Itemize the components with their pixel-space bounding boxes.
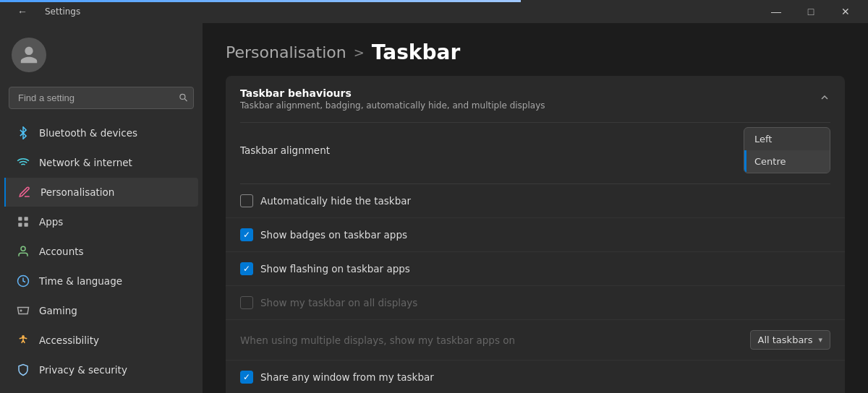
- bluetooth-icon: [16, 126, 30, 140]
- avatar: [12, 38, 46, 72]
- sidebar-item-accessibility[interactable]: Accessibility: [4, 326, 198, 355]
- setting-share-window: Share any window from my taskbar: [226, 360, 845, 393]
- auto-hide-checkbox[interactable]: [240, 194, 253, 207]
- minimize-button[interactable]: —: [760, 0, 793, 23]
- auto-hide-label: Automatically hide the taskbar: [240, 194, 411, 207]
- all-displays-checkbox: [240, 296, 253, 309]
- accessibility-icon: [16, 333, 30, 347]
- main-content: Personalisation > Taskbar Taskbar behavi…: [203, 23, 868, 393]
- time-icon: [16, 274, 30, 288]
- alignment-option-centre[interactable]: Centre: [744, 150, 830, 173]
- sidebar-item-network[interactable]: Network & internet: [4, 148, 198, 177]
- svg-rect-0: [18, 217, 22, 220]
- privacy-icon: [16, 363, 30, 377]
- share-window-checkbox[interactable]: [240, 371, 253, 384]
- multiple-displays-label: When using multiple displays, show my ta…: [240, 334, 515, 346]
- sidebar-item-label: Accessibility: [39, 334, 99, 346]
- title-bar: ← Settings — □ ✕: [0, 0, 868, 23]
- breadcrumb-separator: >: [354, 45, 365, 60]
- app-title: Settings: [45, 7, 80, 17]
- network-icon: [16, 155, 30, 170]
- taskbar-behaviours-card: Taskbar behaviours Taskbar alignment, ba…: [226, 76, 845, 393]
- sidebar-item-label: Network & internet: [39, 157, 132, 168]
- section-header[interactable]: Taskbar behaviours Taskbar alignment, ba…: [226, 76, 845, 122]
- chevron-down-icon: ▾: [818, 335, 822, 345]
- section-title: Taskbar behaviours: [240, 87, 545, 99]
- alignment-label: Taskbar alignment: [240, 144, 330, 156]
- setting-flashing: Show flashing on taskbar apps: [226, 252, 845, 286]
- sidebar-nav: Bluetooth & devices Network & internet: [0, 115, 203, 393]
- multiple-displays-dropdown[interactable]: All taskbars ▾: [750, 330, 830, 350]
- sidebar-item-accounts[interactable]: Accounts: [4, 237, 198, 266]
- back-button[interactable]: ←: [6, 0, 39, 23]
- user-section: [0, 23, 203, 84]
- flashing-label: Show flashing on taskbar apps: [240, 262, 410, 275]
- sidebar-item-label: Bluetooth & devices: [39, 127, 137, 139]
- accounts-icon: [16, 244, 30, 259]
- sidebar-item-label: Apps: [39, 216, 63, 228]
- progress-bar: [0, 0, 521, 2]
- setting-multiple-displays: When using multiple displays, show my ta…: [226, 320, 845, 360]
- badges-checkbox[interactable]: [240, 228, 253, 241]
- maximize-button[interactable]: □: [794, 0, 827, 23]
- sidebar-item-bluetooth[interactable]: Bluetooth & devices: [4, 118, 198, 147]
- section-header-text: Taskbar behaviours Taskbar alignment, ba…: [240, 87, 545, 111]
- all-displays-label: Show my taskbar on all displays: [240, 296, 417, 309]
- badges-label: Show badges on taskbar apps: [240, 228, 407, 241]
- taskbar-alignment-row: Taskbar alignment Left Centre: [226, 123, 845, 183]
- setting-badges: Show badges on taskbar apps: [226, 218, 845, 252]
- svg-rect-1: [25, 217, 28, 220]
- search-icon: [178, 92, 188, 104]
- sidebar-item-label: Privacy & security: [39, 364, 127, 376]
- section-subtitle: Taskbar alignment, badging, automaticall…: [240, 100, 545, 111]
- breadcrumb-parent[interactable]: Personalisation: [226, 43, 346, 61]
- sidebar-item-update[interactable]: Windows Update: [4, 385, 198, 393]
- gaming-icon: [16, 303, 30, 318]
- setting-all-displays: Show my taskbar on all displays: [226, 286, 845, 320]
- sidebar-item-apps[interactable]: Apps: [4, 207, 198, 236]
- alignment-dropdown-panel: Left Centre: [744, 127, 830, 173]
- personalisation-icon: [17, 185, 32, 199]
- flashing-checkbox[interactable]: [240, 262, 253, 275]
- sidebar-item-personalisation[interactable]: Personalisation: [4, 178, 198, 207]
- breadcrumb: Personalisation > Taskbar: [203, 23, 868, 76]
- search-input[interactable]: [9, 87, 194, 109]
- sidebar-item-label: Accounts: [39, 246, 84, 257]
- collapse-button[interactable]: [819, 92, 830, 106]
- title-bar-left: ← Settings: [6, 0, 80, 23]
- sidebar-item-label: Time & language: [39, 275, 122, 287]
- app-body: Bluetooth & devices Network & internet: [0, 23, 868, 393]
- window-controls: — □ ✕: [760, 0, 862, 23]
- alignment-option-left[interactable]: Left: [744, 128, 830, 150]
- close-button[interactable]: ✕: [829, 0, 862, 23]
- sidebar-item-privacy[interactable]: Privacy & security: [4, 355, 198, 384]
- setting-auto-hide: Automatically hide the taskbar: [226, 184, 845, 218]
- svg-rect-2: [18, 223, 22, 227]
- breadcrumb-current: Taskbar: [372, 40, 460, 64]
- sidebar: Bluetooth & devices Network & internet: [0, 23, 203, 393]
- sidebar-item-label: Personalisation: [41, 186, 114, 198]
- sidebar-item-time[interactable]: Time & language: [4, 267, 198, 295]
- search-box: [9, 87, 194, 109]
- sidebar-item-label: Gaming: [39, 305, 77, 316]
- svg-rect-3: [25, 223, 28, 227]
- sidebar-item-gaming[interactable]: Gaming: [4, 296, 198, 325]
- share-window-label: Share any window from my taskbar: [240, 371, 434, 384]
- apps-icon: [16, 215, 30, 229]
